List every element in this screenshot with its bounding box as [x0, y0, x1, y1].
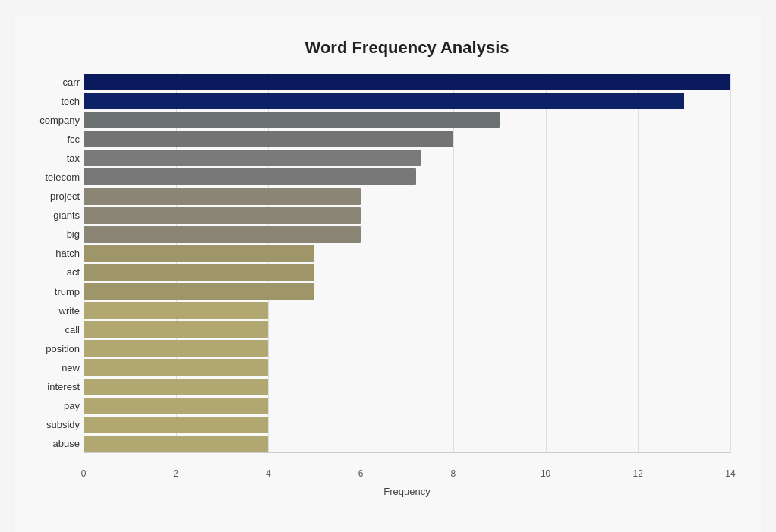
bar [84, 340, 268, 357]
x-tick: 12 [633, 468, 643, 479]
bar-row: hatch [84, 244, 730, 263]
bar-row: act [84, 263, 730, 282]
bar [84, 302, 268, 319]
grid-line [730, 73, 731, 453]
bar [84, 264, 314, 281]
bar [84, 150, 421, 166]
x-tick: 4 [266, 468, 271, 479]
x-tick: 8 [451, 468, 456, 479]
x-tick: 10 [541, 468, 550, 479]
bar [84, 359, 268, 376]
bar-label: giants [19, 209, 80, 221]
bar-label: interest [19, 381, 80, 392]
bar-row: giants [84, 206, 730, 225]
bar [84, 93, 684, 109]
bar-label: tech [19, 96, 80, 107]
bar-row: telecom [84, 168, 730, 186]
bar-row: pay [84, 397, 730, 415]
bar-label: position [19, 343, 80, 354]
bar-label: trump [19, 286, 80, 297]
chart-area: carrtechcompanyfcctaxtelecomprojectgiant… [84, 73, 730, 483]
bar [84, 188, 361, 205]
bar [84, 379, 268, 395]
bar-label: company [19, 115, 80, 126]
bar-label: carr [19, 77, 80, 88]
bar [84, 112, 500, 128]
bar [84, 436, 268, 452]
bar-label: tax [19, 153, 80, 164]
bar-row: company [84, 111, 730, 129]
bar-row: subsidy [84, 416, 730, 434]
bar-label: subsidy [19, 419, 80, 430]
bar-row: new [84, 358, 730, 376]
bar-label: fcc [19, 134, 80, 145]
x-tick: 6 [358, 468, 364, 479]
bar-row: trump [84, 282, 730, 301]
bar-row: write [84, 301, 730, 320]
bar-label: big [19, 228, 80, 240]
bar [84, 168, 416, 185]
bar-label: act [19, 266, 80, 278]
bar [84, 283, 314, 300]
bar-row: fcc [84, 130, 730, 148]
bar-row: project [84, 187, 730, 206]
bar-row: big [84, 225, 730, 244]
bar-row: carr [84, 73, 730, 91]
bar-label: project [19, 190, 80, 202]
bar [84, 131, 453, 147]
x-axis-label: Frequency [84, 486, 730, 497]
x-tick: 2 [173, 468, 178, 479]
bar-label: new [19, 362, 80, 373]
chart-container: Word Frequency Analysis carrtechcompanyf… [15, 15, 761, 532]
bar [84, 321, 268, 338]
bar-row: tech [84, 92, 730, 110]
bar-label: hatch [19, 247, 80, 259]
bar-label: telecom [19, 172, 80, 183]
bar-label: pay [19, 400, 80, 411]
bar-row: position [84, 339, 730, 357]
chart-title: Word Frequency Analysis [84, 38, 730, 58]
bar-row: abuse [84, 435, 730, 453]
bar [84, 74, 730, 90]
bar-row: tax [84, 149, 730, 167]
bar [84, 417, 268, 433]
bars-container: carrtechcompanyfcctaxtelecomprojectgiant… [84, 73, 730, 453]
bar-label: abuse [19, 438, 80, 449]
bar [84, 207, 361, 224]
x-tick: 0 [81, 468, 87, 479]
bar-row: interest [84, 378, 730, 396]
bar-label: call [19, 324, 80, 335]
bar [84, 245, 314, 262]
bar [84, 226, 361, 243]
bar [84, 398, 268, 414]
bar-row: call [84, 320, 730, 338]
x-tick: 14 [725, 468, 735, 479]
bar-label: write [19, 305, 80, 316]
